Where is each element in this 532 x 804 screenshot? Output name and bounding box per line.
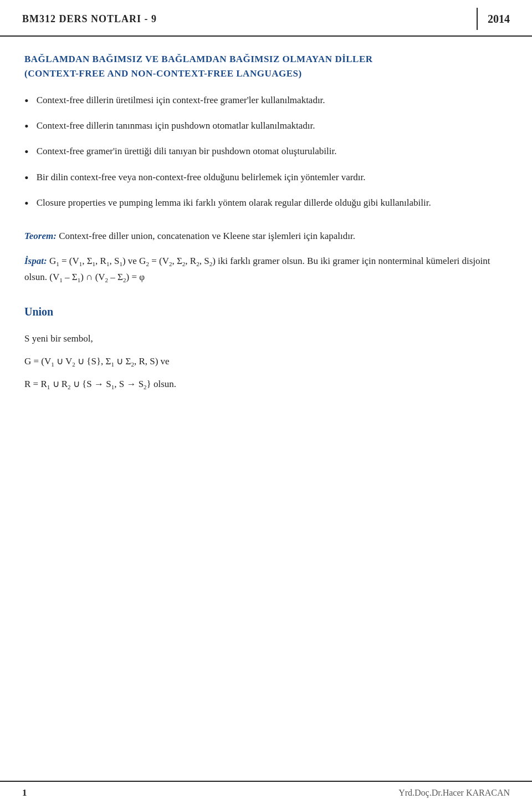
footer-author: Yrd.Doç.Dr.Hacer KARACAN [398, 788, 510, 798]
union-line-1-text: S yeni bir sembol, [24, 333, 93, 344]
header-title: BM312 DERS NOTLARI - 9 [22, 13, 157, 25]
bullet-text: Context-free dillerin tanınması için pus… [37, 118, 508, 133]
header-year: 2014 [488, 13, 510, 26]
list-item: • Closure properties ve pumping lemma ik… [24, 195, 508, 213]
section-title-line2: (CONTEXT-FREE AND NON-CONTEXT-FREE LANGU… [24, 67, 508, 81]
list-item: • Bir dilin context-free veya non-contex… [24, 170, 508, 187]
page-header: BM312 DERS NOTLARI - 9 2014 [0, 0, 532, 37]
bullet-dot: • [24, 116, 29, 136]
header-right: 2014 [467, 8, 510, 30]
footer-page-number: 1 [22, 787, 27, 798]
page-footer: 1 Yrd.Doç.Dr.Hacer KARACAN [0, 781, 532, 804]
theorem-label: Teorem: [24, 231, 57, 241]
union-line-2: G = (V1 ∪ V2 ∪ {S}, Σ1 ∪ Σ2, R, S) ve [24, 353, 508, 370]
bullet-text: Context-free dillerin üretilmesi için co… [37, 93, 508, 108]
theorem-block: Teorem: Context-free diller union, conca… [24, 228, 508, 245]
bullet-dot: • [24, 194, 29, 213]
list-item: • Context-free gramer'in ürettiği dili t… [24, 144, 508, 161]
bullet-text: Closure properties ve pumping lemma iki … [37, 195, 508, 210]
bullet-text: Bir dilin context-free veya non-context-… [37, 170, 508, 185]
ispat-text: G1 = (V1, Σ1, R1, S1) ve G2 = (V2, Σ2, R… [24, 256, 490, 282]
section-title: BAĞLAMDAN BAĞIMSIZ VE BAĞLAMDAN BAĞIMSIZ… [24, 52, 508, 80]
union-heading: Union [24, 306, 508, 318]
bullet-dot: • [24, 91, 29, 110]
union-line-3: R = R1 ∪ R2 ∪ {S → S1, S → S2} olsun. [24, 376, 508, 393]
bullet-text: Context-free gramer'in ürettiği dili tan… [37, 144, 508, 159]
main-content: BAĞLAMDAN BAĞIMSIZ VE BAĞLAMDAN BAĞIMSIZ… [0, 52, 532, 781]
section-title-line1: BAĞLAMDAN BAĞIMSIZ VE BAĞLAMDAN BAĞIMSIZ… [24, 52, 508, 67]
list-item: • Context-free dillerin üretilmesi için … [24, 93, 508, 110]
bullet-dot: • [24, 168, 29, 187]
list-item: • Context-free dillerin tanınması için p… [24, 118, 508, 136]
header-divider [477, 8, 478, 30]
page-wrapper: BM312 DERS NOTLARI - 9 2014 BAĞLAMDAN BA… [0, 0, 532, 804]
theorem-text: Context-free diller union, concatenation… [59, 231, 355, 241]
ispat-label: İspat: [24, 256, 47, 266]
ispat-block: İspat: G1 = (V1, Σ1, R1, S1) ve G2 = (V2… [24, 253, 508, 286]
union-line-1: S yeni bir sembol, [24, 330, 508, 348]
bullet-dot: • [24, 142, 29, 161]
bullet-list: • Context-free dillerin üretilmesi için … [24, 93, 508, 213]
